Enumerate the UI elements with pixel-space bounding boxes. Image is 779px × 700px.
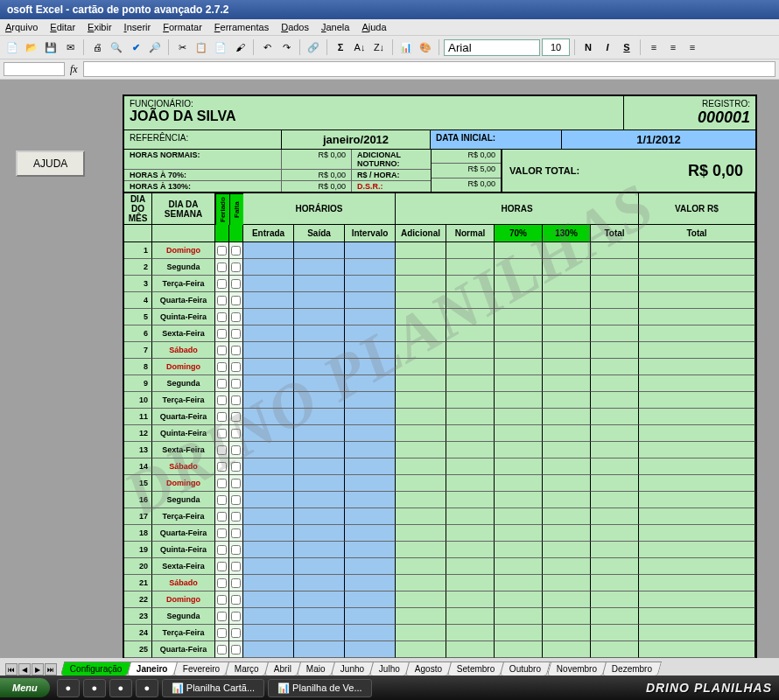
cell-holiday[interactable] bbox=[215, 392, 229, 409]
holiday-checkbox[interactable] bbox=[217, 479, 227, 488]
cell-interval[interactable] bbox=[345, 359, 396, 375]
taskbar-item[interactable]: ● bbox=[57, 679, 80, 697]
cell-interval[interactable] bbox=[345, 425, 396, 442]
absence-checkbox[interactable] bbox=[231, 445, 241, 455]
menu-editar[interactable]: Editar bbox=[50, 22, 75, 32]
cell-holiday[interactable] bbox=[215, 425, 229, 442]
holiday-checkbox[interactable] bbox=[217, 362, 227, 372]
cell-entry[interactable] bbox=[243, 625, 294, 641]
cell-entry[interactable] bbox=[243, 342, 294, 359]
cell-holiday[interactable] bbox=[215, 641, 229, 658]
cell-exit[interactable] bbox=[294, 542, 345, 558]
menu-inserir[interactable]: Inserir bbox=[124, 22, 151, 32]
absence-checkbox[interactable] bbox=[231, 545, 241, 555]
cell-exit[interactable] bbox=[294, 608, 345, 625]
cell-absence[interactable] bbox=[229, 625, 243, 641]
cell-exit[interactable] bbox=[294, 458, 345, 475]
absence-checkbox[interactable] bbox=[231, 312, 241, 322]
cell-exit[interactable] bbox=[294, 342, 345, 359]
taskbar-item[interactable]: ● bbox=[136, 679, 158, 697]
cell-interval[interactable] bbox=[345, 409, 396, 425]
align-right-icon[interactable]: ≡ bbox=[684, 38, 701, 56]
tab-nav-first-icon[interactable]: ⏮ bbox=[5, 663, 18, 676]
absence-checkbox[interactable] bbox=[231, 396, 241, 405]
cell-exit[interactable] bbox=[294, 641, 345, 658]
cell-interval[interactable] bbox=[345, 242, 396, 259]
holiday-checkbox[interactable] bbox=[217, 645, 227, 654]
absence-checkbox[interactable] bbox=[231, 412, 241, 422]
cut-icon[interactable]: ✂ bbox=[173, 38, 191, 56]
cell-absence[interactable] bbox=[229, 442, 243, 458]
absence-checkbox[interactable] bbox=[231, 612, 241, 621]
chart-icon[interactable]: 📊 bbox=[397, 38, 415, 56]
cell-holiday[interactable] bbox=[215, 276, 229, 292]
cell-entry[interactable] bbox=[243, 425, 294, 442]
cell-holiday[interactable] bbox=[215, 359, 229, 375]
cell-entry[interactable] bbox=[243, 392, 294, 409]
menu-ferramentas[interactable]: Ferramentas bbox=[214, 22, 269, 32]
cell-exit[interactable] bbox=[294, 592, 345, 608]
cell-interval[interactable] bbox=[345, 475, 396, 492]
cell-entry[interactable] bbox=[243, 542, 294, 558]
bold-icon[interactable]: N bbox=[579, 38, 597, 56]
cell-exit[interactable] bbox=[294, 375, 345, 392]
cell-absence[interactable] bbox=[229, 409, 243, 425]
sheet-tab-setembro[interactable]: Setembro bbox=[447, 662, 505, 676]
paste-icon[interactable]: 📄 bbox=[212, 38, 229, 56]
cell-exit[interactable] bbox=[294, 392, 345, 409]
cell-entry[interactable] bbox=[243, 475, 294, 492]
link-icon[interactable]: 🔗 bbox=[305, 38, 322, 56]
cell-absence[interactable] bbox=[229, 342, 243, 359]
cell-entry[interactable] bbox=[243, 259, 294, 276]
tab-nav-last-icon[interactable]: ⏭ bbox=[45, 663, 57, 676]
sheet-tab-agosto[interactable]: Agosto bbox=[405, 662, 452, 676]
cell-holiday[interactable] bbox=[215, 375, 229, 392]
cell-interval[interactable] bbox=[345, 558, 396, 575]
save-icon[interactable]: 💾 bbox=[42, 38, 60, 56]
sheet-tab-novembro[interactable]: Novembro bbox=[546, 662, 606, 676]
cell-holiday[interactable] bbox=[215, 242, 229, 259]
cell-absence[interactable] bbox=[229, 508, 243, 525]
cell-holiday[interactable] bbox=[215, 558, 229, 575]
cell-exit[interactable] bbox=[294, 242, 345, 259]
cell-exit[interactable] bbox=[294, 425, 345, 442]
absence-checkbox[interactable] bbox=[231, 578, 241, 588]
cell-interval[interactable] bbox=[345, 492, 396, 508]
holiday-checkbox[interactable] bbox=[217, 379, 227, 388]
menu-ajuda[interactable]: Ajuda bbox=[361, 22, 386, 32]
cell-interval[interactable] bbox=[345, 309, 396, 326]
redo-icon[interactable]: ↷ bbox=[277, 38, 295, 56]
cell-absence[interactable] bbox=[229, 326, 243, 342]
cell-exit[interactable] bbox=[294, 508, 345, 525]
sheet-tab-março[interactable]: Março bbox=[225, 662, 269, 676]
cell-absence[interactable] bbox=[229, 492, 243, 508]
absence-checkbox[interactable] bbox=[231, 479, 241, 488]
cell-exit[interactable] bbox=[294, 309, 345, 326]
font-name-input[interactable] bbox=[444, 39, 540, 56]
cell-exit[interactable] bbox=[294, 292, 345, 309]
preview-icon[interactable]: 🔍 bbox=[108, 38, 125, 56]
cell-absence[interactable] bbox=[229, 259, 243, 276]
cell-holiday[interactable] bbox=[215, 292, 229, 309]
cell-entry[interactable] bbox=[243, 242, 294, 259]
cell-entry[interactable] bbox=[243, 525, 294, 542]
absence-checkbox[interactable] bbox=[231, 595, 241, 605]
sheet-tab-dezembro[interactable]: Dezembro bbox=[602, 662, 662, 676]
holiday-checkbox[interactable] bbox=[217, 562, 227, 571]
taskbar-item[interactable]: ● bbox=[83, 679, 106, 697]
align-left-icon[interactable]: ≡ bbox=[645, 38, 663, 56]
absence-checkbox[interactable] bbox=[231, 246, 241, 256]
holiday-checkbox[interactable] bbox=[217, 595, 227, 605]
cell-holiday[interactable] bbox=[215, 342, 229, 359]
cell-entry[interactable] bbox=[243, 558, 294, 575]
cell-interval[interactable] bbox=[345, 542, 396, 558]
cell-holiday[interactable] bbox=[215, 508, 229, 525]
cell-entry[interactable] bbox=[243, 309, 294, 326]
cell-entry[interactable] bbox=[243, 359, 294, 375]
holiday-checkbox[interactable] bbox=[217, 296, 227, 305]
cell-entry[interactable] bbox=[243, 508, 294, 525]
cell-exit[interactable] bbox=[294, 259, 345, 276]
absence-checkbox[interactable] bbox=[231, 462, 241, 472]
sheet-tab-julho[interactable]: Julho bbox=[369, 662, 410, 676]
holiday-checkbox[interactable] bbox=[217, 346, 227, 355]
